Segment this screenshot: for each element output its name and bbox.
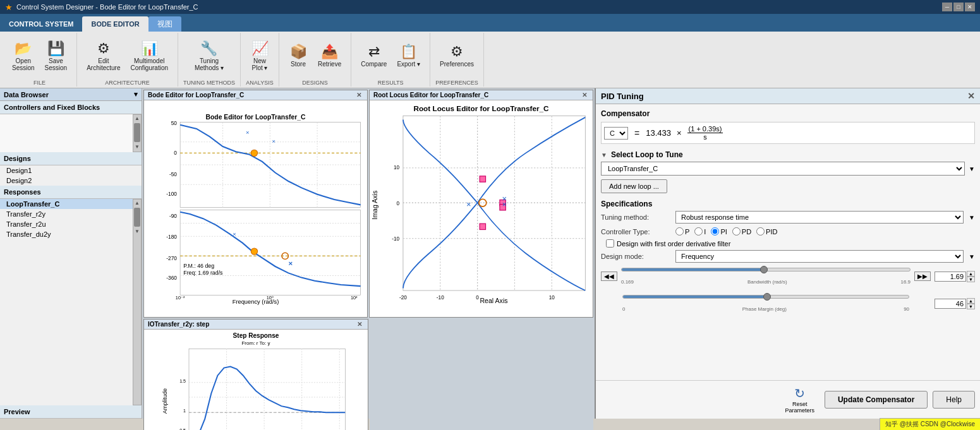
ribbon-group-preferences: ⚙ Preferences PREFERENCES [430,33,484,87]
add-new-loop-button[interactable]: Add new loop ... [601,179,667,193]
phase-down-spinner[interactable]: ▼ [967,304,975,309]
root-locus-svg: Root Locus Editor for LoopTransfer_C [370,100,593,317]
window-controls[interactable]: ─ □ ✕ [942,3,975,11]
resp-scroll-down[interactable]: ▼ [134,228,140,235]
scroll-up-arrow[interactable]: ▲ [134,115,140,122]
step-plot-content[interactable]: Step Response From: r To: y [144,330,368,430]
loop-dropdown-arrow[interactable]: ▼ [969,165,975,172]
tab-control-system[interactable]: CONTROL SYSTEM [0,16,82,32]
retrieve-button[interactable]: 📤 Retrieve [313,34,346,78]
transfer-r2y-item[interactable]: Transfer_r2y [0,209,133,219]
minimize-button[interactable]: ─ [942,3,952,11]
pid-panel-title: PID Tuning [601,92,644,101]
pid-panel-header: PID Tuning ✕ [596,88,980,104]
compensator-var-select[interactable]: C [604,127,628,140]
ribbon-toolbar: 📂 OpenSession 💾 SaveSession FILE ⚙ EditA… [0,32,980,88]
resp-scroll-up[interactable]: ▲ [134,200,140,206]
transfer-r2u-item[interactable]: Transfer_r2u [0,219,133,229]
tuning-method-select[interactable]: Robust response time [675,211,964,224]
phase-margin-thumb[interactable] [763,293,771,301]
svg-text:-90: -90 [169,213,177,219]
bandwidth-value-input[interactable] [935,272,966,282]
preferences-button[interactable]: ⚙ Preferences [435,34,478,78]
step-title: IOTransfer_r2y: step [148,321,209,328]
svg-text:10⁰: 10⁰ [267,295,274,301]
ribbon-group-analysis: 📈 NewPlot ▾ ANALYSIS [241,33,279,87]
compare-button[interactable]: ⇄ Compare [356,34,391,78]
data-browser-arrow[interactable]: ▾ [134,90,138,99]
root-locus-content[interactable]: Root Locus Editor for LoopTransfer_C [370,100,593,317]
store-icon: 📦 [290,45,307,59]
preview-section: Preview [0,405,142,419]
new-plot-button[interactable]: 📈 NewPlot ▾ [246,34,274,78]
save-button[interactable]: 💾 SaveSession [40,34,72,78]
scroll-thumb[interactable] [134,123,140,142]
filter-checkbox-row: Design with first order derivative filte… [601,239,975,248]
design-mode-arrow[interactable]: ▼ [969,253,975,260]
gain-value: 13.433 [646,128,671,138]
phase-margin-value-input[interactable] [935,299,966,309]
filter-checkbox[interactable] [606,239,614,248]
bandwidth-up-spinner[interactable]: ▲ [967,271,975,277]
responses-scrollbar[interactable]: ▲ ▼ [133,199,142,405]
reset-icon[interactable]: ↺ [794,386,805,401]
bandwidth-right-arrow[interactable]: ▶▶ [914,272,931,281]
phase-margin-max-label: 90 [904,306,909,312]
bandwidth-axis-labels: 0.169 Bandwidth (rad/s) 16.9 [621,279,910,285]
maximize-button[interactable]: □ [953,3,964,11]
multimodel-button[interactable]: 📊 MultimodelConfiguration [126,34,172,78]
open-button[interactable]: 📂 OpenSession [8,34,39,78]
pid-panel-close-btn[interactable]: ✕ [967,91,975,101]
specs-header: Specifications [601,200,975,208]
title-bar-text: Control System Designer - Bode Editor fo… [16,3,198,11]
store-button[interactable]: 📦 Store [284,34,312,78]
loop-select-dropdown[interactable]: LoopTransfer_C [601,162,965,176]
controller-type-label: Controller Type: [601,228,670,236]
resp-scroll-thumb[interactable] [134,208,140,227]
radio-pd[interactable]: PD [732,227,751,236]
edit-architecture-button[interactable]: ⚙ EditArchitecture [82,34,124,78]
bode-close-btn[interactable]: ✕ [354,92,363,99]
radio-pi[interactable]: PI [711,227,727,236]
update-compensator-button[interactable]: Update Compensator [825,391,928,409]
root-locus-close-btn[interactable]: ✕ [580,92,589,99]
loop-select-row: LoopTransfer_C ▼ [601,162,975,176]
phase-up-spinner[interactable]: ▲ [967,298,975,304]
bode-plot-content[interactable]: Bode Editor for LoopTransfer_C [144,100,367,317]
tab-bode-editor[interactable]: BODE EDITOR [82,16,148,32]
controller-type-row: Controller Type: P I PI PD [601,227,975,236]
bandwidth-slider-track[interactable] [621,268,910,272]
svg-text:Freq: 1.69 rad/s: Freq: 1.69 rad/s [183,270,223,276]
svg-point-14 [251,150,257,156]
pid-tuning-panel: PID Tuning ✕ Compensator C = 13.433 × (1… [595,88,980,419]
help-button[interactable]: Help [933,391,975,409]
loop-transfer-c-item[interactable]: LoopTransfer_C [0,199,133,209]
fraction-numerator: (1 + 0.39s) [687,125,723,133]
step-close-btn[interactable]: ✕ [355,321,364,328]
tuning-group-label: TUNING METHODS [183,78,235,86]
radio-i[interactable]: I [694,227,706,236]
radio-pid[interactable]: PID [756,227,777,236]
ribbon-group-results: ⇄ Compare 📋 Export ▾ RESULTS [351,33,430,87]
step-response-panel: IOTransfer_r2y: step ✕ Step Response Fro… [143,319,368,430]
export-button[interactable]: 📋 Export ▾ [392,34,425,78]
radio-p[interactable]: P [675,227,689,236]
scroll-down-arrow[interactable]: ▼ [134,143,140,150]
svg-text:10⁻²: 10⁻² [176,295,185,301]
phase-margin-slider-track[interactable] [622,295,909,299]
svg-text:Step Response: Step Response [233,332,279,339]
transfer-du2y-item[interactable]: Transfer_du2y [0,229,133,239]
design2-item[interactable]: Design2 [0,176,142,186]
tuning-methods-button[interactable]: 🔧 TuningMethods ▾ [190,34,228,78]
controllers-scrollbar[interactable]: ▲ ▼ [133,114,142,152]
design1-item[interactable]: Design1 [0,165,142,176]
tuning-method-arrow[interactable]: ▼ [969,214,975,221]
close-button[interactable]: ✕ [965,3,975,11]
prefs-buttons: ⚙ Preferences [435,34,478,78]
analysis-group-label: ANALYSIS [246,78,273,86]
bandwidth-thumb[interactable] [760,266,768,273]
design-mode-select[interactable]: Frequency [675,250,964,263]
bandwidth-down-spinner[interactable]: ▼ [967,277,975,282]
tab-view[interactable]: 视图 [148,16,181,32]
bandwidth-left-arrow[interactable]: ◀◀ [601,272,617,281]
